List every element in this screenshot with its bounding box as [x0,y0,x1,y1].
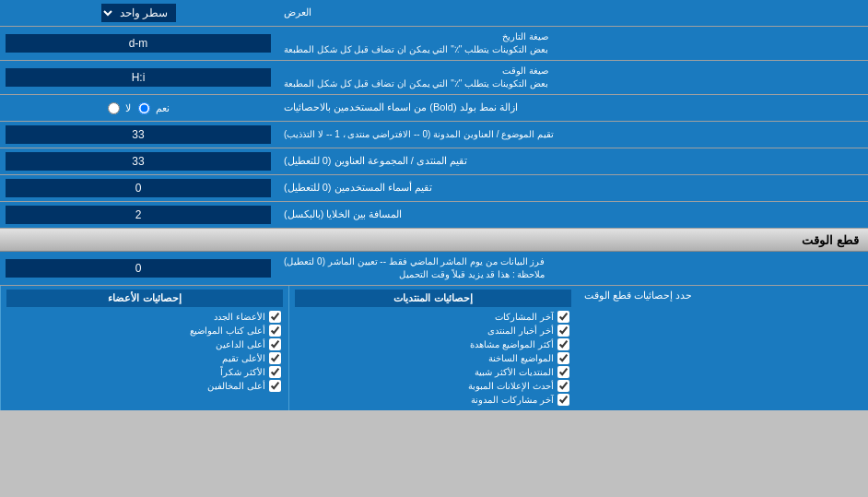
time-format-row: صيغة الوقتبعض التكوينات يتطلب "٪" التي ي… [0,61,868,95]
subject-order-label: تقيم الموضوع / العناوين المدونة (0 -- ال… [276,122,868,148]
stats-item-m2: أعلى كتاب المواضيع [6,324,283,337]
chk-most-thanks[interactable] [269,366,281,378]
time-format-input-cell [0,61,276,94]
cutoff-days-label: فرز البيانات من يوم الماشر الماضي فقط --… [276,252,868,285]
display-mode-select[interactable]: سطر واحد سطرين ثلاثة أسطر [101,4,176,22]
forum-order-input[interactable] [6,152,271,171]
chk-last-posts[interactable] [557,311,569,323]
stats-item-m6: أعلى المخالفين [6,379,283,393]
display-mode-label: العرض [276,0,868,26]
stats-item-f3: أكثر المواضيع مشاهدة [295,337,571,351]
chk-blog-posts[interactable] [557,394,569,406]
stats-col2-header: إحصائيات المنتديات [295,290,571,307]
radio-yes[interactable] [138,102,150,114]
cutoff-days-input[interactable] [6,259,271,278]
stats-col-members: إحصائيات الأعضاء الأعضاء الجدد أعلى كتاب… [0,286,288,410]
stats-item-f1: آخر المشاركات [295,310,571,324]
stats-col-forums: إحصائيات المنتديات آخر المشاركات أخر أخب… [288,286,577,410]
chk-top-inviters[interactable] [269,338,281,350]
stats-section: حدد إحصائيات قطع الوقت إحصائيات المنتديا… [0,286,868,410]
stats-item-f6: أحدث الإعلانات المبوبة [295,379,571,393]
date-format-input-cell [0,27,276,60]
bold-remove-label: ازالة نمط بولد (Bold) من اسماء المستخدمي… [276,95,868,121]
cell-spacing-input-cell [0,202,276,228]
cutoff-days-row: فرز البيانات من يوم الماشر الماضي فقط --… [0,252,868,286]
date-format-label: صيغة التاريخبعض التكوينات يتطلب "٪" التي… [276,27,868,60]
stats-item-m5: الأكثر شكراً [6,365,283,379]
chk-most-popular[interactable] [557,366,569,378]
users-order-label: تقيم أسماء المستخدمين (0 للتعطيل) [276,175,868,201]
users-order-row: تقيم أسماء المستخدمين (0 للتعطيل) [0,175,868,202]
chk-top-writers[interactable] [269,325,281,337]
chk-most-viewed[interactable] [557,338,569,350]
date-format-input[interactable] [6,34,271,53]
chk-classifieds[interactable] [557,380,569,392]
display-mode-row: العرض سطر واحد سطرين ثلاثة أسطر [0,0,868,27]
subject-order-input[interactable] [6,125,271,144]
cell-spacing-label: المسافة بين الخلايا (بالبكسل) [276,202,868,228]
users-order-input-cell [0,175,276,201]
stats-item-m1: الأعضاء الجدد [6,310,283,324]
cutoff-section-header: قطع الوقت [0,229,868,252]
subject-order-row: تقيم الموضوع / العناوين المدونة (0 -- ال… [0,122,868,148]
main-container: العرض سطر واحد سطرين ثلاثة أسطر صيغة الت… [0,0,868,410]
forum-order-row: تقيم المنتدى / المجموعة العناوين (0 للتع… [0,148,868,175]
stats-item-m4: الأعلى تقيم [6,351,283,365]
subject-order-input-cell [0,122,276,148]
forum-order-label: تقيم المنتدى / المجموعة العناوين (0 للتع… [276,148,868,174]
date-format-row: صيغة التاريخبعض التكوينات يتطلب "٪" التي… [0,27,868,61]
bold-remove-row: ازالة نمط بولد (Bold) من اسماء المستخدمي… [0,95,868,122]
radio-no-label[interactable]: لا [108,102,131,114]
stats-item-f2: أخر أخبار المنتدى [295,324,571,337]
chk-top-violators[interactable] [269,380,281,392]
display-mode-input-cell: سطر واحد سطرين ثلاثة أسطر [0,0,276,26]
stats-item-f7: آخر مشاركات المدونة [295,393,571,407]
stats-item-f4: المواضيع الساخنة [295,351,571,365]
cutoff-days-input-cell [0,252,276,285]
time-format-label: صيغة الوقتبعض التكوينات يتطلب "٪" التي ي… [276,61,868,94]
stats-section-label: حدد إحصائيات قطع الوقت [584,290,692,302]
radio-no[interactable] [108,102,120,114]
cell-spacing-input[interactable] [6,206,271,224]
stats-item-f5: المنتديات الأكثر شبية [295,365,571,379]
forum-order-input-cell [0,148,276,174]
chk-new-members[interactable] [269,311,281,323]
stats-item-m3: أعلى الداعين [6,337,283,351]
chk-hot-topics[interactable] [557,352,569,364]
chk-forum-news[interactable] [557,325,569,337]
radio-yes-label[interactable]: نعم [138,102,170,114]
bold-remove-radio-cell: نعم لا [0,95,276,121]
cell-spacing-row: المسافة بين الخلايا (بالبكسل) [0,202,868,229]
time-format-input[interactable] [6,68,271,87]
users-order-input[interactable] [6,179,271,197]
stats-col1-header: إحصائيات الأعضاء [6,290,283,307]
chk-top-rated[interactable] [269,352,281,364]
